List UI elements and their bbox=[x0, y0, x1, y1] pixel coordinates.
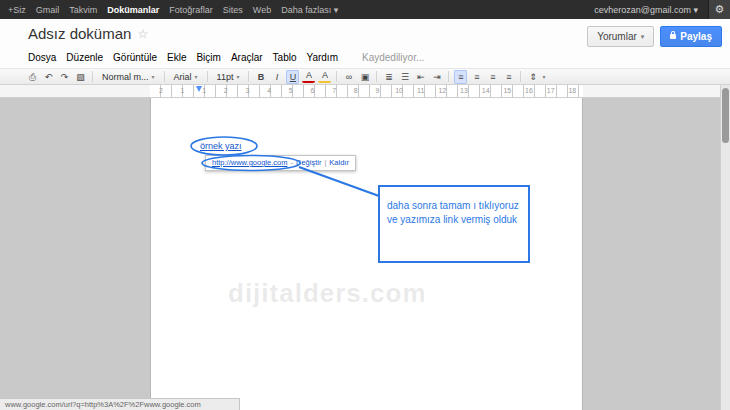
chevron-down-icon: ▾ bbox=[236, 73, 239, 80]
menu-table[interactable]: Tablo bbox=[273, 52, 297, 63]
menu-tools[interactable]: Araçlar bbox=[231, 52, 263, 63]
link-bubble-url[interactable]: http://www.google.com bbox=[212, 156, 287, 170]
annotation-line-2: ve yazımıza link vermiş olduk bbox=[387, 213, 522, 227]
insert-link-icon[interactable]: ∞ bbox=[342, 70, 355, 84]
topbar-item-documents[interactable]: Dokümanlar bbox=[107, 5, 159, 15]
font-family-value: Arial bbox=[174, 72, 192, 82]
toolbar-separator bbox=[248, 71, 249, 82]
share-button[interactable]: Paylaş bbox=[660, 26, 722, 47]
redo-icon[interactable]: ↷ bbox=[58, 70, 71, 84]
indent-marker[interactable] bbox=[196, 86, 202, 92]
align-justify-icon[interactable]: ≡ bbox=[502, 70, 515, 84]
link-bubble: http://www.google.com - Değiştir | Kaldı… bbox=[205, 155, 356, 171]
numbered-list-icon[interactable]: ≣ bbox=[382, 70, 395, 84]
underline-icon[interactable]: U bbox=[286, 70, 299, 84]
document-canvas bbox=[0, 98, 730, 410]
align-right-icon[interactable]: ≡ bbox=[486, 70, 499, 84]
topbar-item-photos[interactable]: Fotoğraflar bbox=[169, 5, 213, 15]
google-bar: +Siz Gmail Takvim Dokümanlar Fotoğraflar… bbox=[0, 0, 730, 19]
chevron-down-icon: ▾ bbox=[195, 73, 198, 80]
paragraph-style-value: Normal m... bbox=[102, 72, 149, 82]
outdent-icon[interactable]: ⇤ bbox=[414, 70, 427, 84]
menu-bar: Dosya Düzenle Görüntüle Ekle Biçim Araçl… bbox=[28, 52, 424, 63]
toolbar-separator bbox=[448, 71, 449, 82]
menu-help[interactable]: Yardım bbox=[306, 52, 338, 63]
undo-icon[interactable]: ↶ bbox=[42, 70, 55, 84]
link-bubble-change[interactable]: Değiştir bbox=[296, 156, 321, 170]
link-bubble-pipe: | bbox=[324, 156, 326, 170]
font-family-dropdown[interactable]: Arial ▾ bbox=[170, 70, 202, 84]
menu-format[interactable]: Biçim bbox=[196, 52, 220, 63]
account-menu[interactable]: cevherozan@gmail.com ▾ bbox=[594, 5, 698, 15]
gear-icon[interactable]: ⚙ bbox=[708, 0, 730, 19]
font-size-dropdown[interactable]: 11pt ▾ bbox=[213, 70, 244, 84]
font-size-value: 11pt bbox=[217, 72, 234, 82]
topbar-item-plus-you[interactable]: +Siz bbox=[8, 5, 26, 15]
saving-status: Kaydediliyor... bbox=[362, 52, 424, 63]
paint-format-icon[interactable]: ▨ bbox=[74, 70, 87, 84]
ruler-strip: 2 1 1 2 3 4 5 6 7 8 9 10 11 12 13 14 15 … bbox=[150, 85, 583, 97]
star-icon[interactable]: ☆ bbox=[137, 27, 148, 41]
toolbar: ⎙ ↶ ↷ ▨ Normal m... ▾ Arial ▾ 11pt ▾ B I… bbox=[0, 68, 730, 85]
annotation-callout-box: daha sonra tamam ı tıklıyoruz ve yazımız… bbox=[378, 185, 530, 263]
menu-file[interactable]: Dosya bbox=[28, 52, 56, 63]
menu-view[interactable]: Görüntüle bbox=[113, 52, 157, 63]
line-spacing-icon[interactable]: ⇕ bbox=[526, 70, 539, 84]
toolbar-separator bbox=[520, 71, 521, 82]
align-left-icon[interactable]: ≡ bbox=[454, 70, 467, 84]
ruler: 2 1 1 2 3 4 5 6 7 8 9 10 11 12 13 14 15 … bbox=[0, 85, 720, 98]
print-icon[interactable]: ⎙ bbox=[26, 70, 39, 84]
align-center-icon[interactable]: ≡ bbox=[470, 70, 483, 84]
scrollbar-thumb[interactable] bbox=[722, 88, 729, 143]
toolbar-separator bbox=[207, 71, 208, 82]
topbar-item-sites[interactable]: Sites bbox=[223, 5, 243, 15]
text-color-icon[interactable]: A bbox=[302, 70, 315, 83]
topbar-item-more[interactable]: Daha fazlası ▾ bbox=[281, 5, 338, 15]
link-bubble-dash: - bbox=[290, 156, 293, 170]
bullet-list-icon[interactable]: ☰ bbox=[398, 70, 411, 84]
vertical-scrollbar[interactable] bbox=[720, 85, 730, 410]
chevron-down-icon: ▾ bbox=[542, 73, 545, 80]
topbar-item-calendar[interactable]: Takvim bbox=[69, 5, 97, 15]
indent-icon[interactable]: ⇥ bbox=[430, 70, 443, 84]
menu-insert[interactable]: Ekle bbox=[167, 52, 186, 63]
document-title[interactable]: Adsız doküman bbox=[28, 25, 131, 42]
status-url-bar: www.google.com/url?q=http%3A%2F%2Fwww.go… bbox=[0, 398, 240, 410]
comments-button-label: Yorumlar bbox=[597, 27, 637, 46]
lock-icon bbox=[670, 34, 676, 39]
italic-icon[interactable]: I bbox=[270, 70, 283, 84]
toolbar-separator bbox=[376, 71, 377, 82]
annotation-line-1: daha sonra tamam ı tıklıyoruz bbox=[387, 199, 522, 213]
toolbar-separator bbox=[92, 71, 93, 82]
menu-edit[interactable]: Düzenle bbox=[66, 52, 103, 63]
insert-image-icon[interactable]: ▣ bbox=[358, 70, 371, 84]
highlight-color-icon[interactable]: A bbox=[318, 70, 331, 83]
link-bubble-remove[interactable]: Kaldır bbox=[329, 156, 349, 170]
bold-icon[interactable]: B bbox=[254, 70, 267, 84]
watermark-text: dijitalders.com bbox=[228, 278, 427, 309]
document-link-text[interactable]: örnek yazı bbox=[200, 141, 242, 151]
share-button-label: Paylaş bbox=[680, 27, 712, 46]
topbar-item-web[interactable]: Web bbox=[253, 5, 271, 15]
toolbar-separator bbox=[164, 71, 165, 82]
paragraph-style-dropdown[interactable]: Normal m... ▾ bbox=[98, 70, 159, 84]
toolbar-separator bbox=[336, 71, 337, 82]
comments-button[interactable]: Yorumlar ▾ bbox=[587, 26, 654, 47]
chevron-down-icon: ▾ bbox=[152, 73, 155, 80]
chevron-down-icon: ▾ bbox=[641, 27, 645, 46]
topbar-item-gmail[interactable]: Gmail bbox=[36, 5, 60, 15]
status-url-text: www.google.com/url?q=http%3A%2F%2Fwww.go… bbox=[5, 400, 201, 409]
